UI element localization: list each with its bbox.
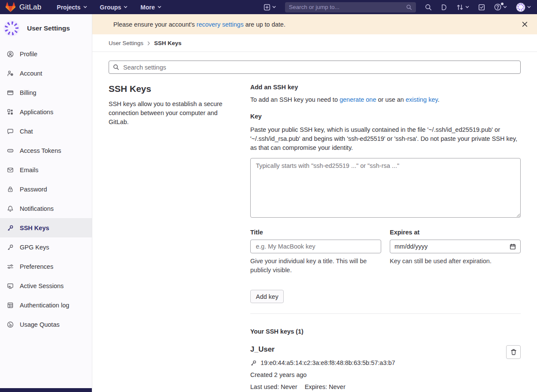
log-icon [7,302,14,309]
sidebar-item-notifications[interactable]: Notifications [0,199,92,218]
billing-icon [7,89,14,96]
expires-field-group: Expires at mm/dd/yyyy Key can still be u… [390,229,521,275]
add-key-button[interactable]: Add key [250,290,284,303]
key-icon [7,225,14,231]
alert-text: Please ensure your account's recovery se… [113,21,285,28]
delete-key-button[interactable] [506,345,521,359]
sidebar-item-applications[interactable]: Applications [0,102,92,122]
todos-button[interactable] [478,4,485,11]
monitor-icon [7,283,14,289]
ssh-key-created: Created 2 years ago [250,371,506,378]
sidebar-item-emails[interactable]: Emails [0,160,92,179]
merge-request-icon [456,4,464,11]
sidebar-title: User Settings [27,24,70,32]
quota-icon [7,321,14,328]
gitlab-logo[interactable]: GitLab [5,2,41,12]
alert-close-button[interactable] [519,19,530,30]
sidebar-item-ssh-keys[interactable]: SSH Keys [0,218,92,237]
user-menu-button[interactable] [516,3,531,12]
token-icon [7,147,14,154]
email-icon [7,167,14,173]
global-search[interactable] [285,2,416,12]
sliders-icon [7,263,14,270]
calendar-icon[interactable] [510,243,516,250]
user-avatar [3,20,20,36]
title-field-label: Title [250,229,381,236]
sidebar-item-usage-quotas[interactable]: Usage Quotas [0,315,92,334]
help-button[interactable] [494,3,507,11]
sidebar-item-billing[interactable]: Billing [0,83,92,102]
key-icon [7,244,14,251]
date-value: mm/dd/yyyy [394,243,510,250]
sidebar-footer-bar [0,388,92,392]
sidebar-item-chat[interactable]: Chat [0,122,92,141]
close-icon [522,21,528,27]
chevron-down-icon [465,6,469,9]
section-divider [250,313,521,314]
your-ssh-keys-heading: Your SSH keys (1) [250,328,521,335]
chat-icon [7,128,14,135]
sidebar-item-password[interactable]: Password [0,179,92,199]
breadcrumb-current: SSH Keys [154,40,182,46]
profile-icon [7,51,14,58]
chevron-down-icon [527,6,531,9]
add-key-intro: To add an SSH key you need to generate o… [250,96,521,103]
existing-key-link[interactable]: existing key [406,96,438,103]
menu-groups[interactable]: Groups [96,2,132,12]
chevron-down-icon [272,6,276,9]
menu-more[interactable]: More [136,2,165,12]
chevron-down-icon [158,6,161,9]
expires-field-help: Key can still be used after expiration. [390,257,521,266]
logo-wordmark: GitLab [19,3,41,12]
title-input[interactable] [250,240,381,253]
expires-date-input[interactable]: mm/dd/yyyy [390,240,521,253]
main-content: Please ensure your account's recovery se… [92,14,537,392]
main-menu: Projects Groups More [52,2,165,12]
sidebar-item-account[interactable]: Account [0,64,92,83]
search-icon [113,64,119,70]
top-navbar: GitLab Projects Groups More [0,0,537,14]
todo-check-icon [478,4,485,11]
ssh-key-list-item: J_User 19:e0:44:a5:14:c2:3a:e8:f8:48:8b:… [250,345,521,390]
key-field-help: Paste your public SSH key, which is usua… [250,125,521,152]
expires-field-label: Expires at [390,229,521,236]
sidebar-item-profile[interactable]: Profile [0,44,92,64]
chevron-down-icon [503,6,507,9]
ssh-key-textarea[interactable] [250,158,521,218]
sidebar-item-access-tokens[interactable]: Access Tokens [0,141,92,160]
account-icon [7,70,14,77]
chevron-right-icon [147,41,150,46]
search-settings-input[interactable] [109,61,521,74]
chevron-down-icon [83,6,87,9]
bell-icon [7,205,14,212]
issues-button[interactable] [441,4,447,11]
global-search-input[interactable] [289,4,403,10]
merge-requests-button[interactable] [456,4,469,11]
applications-icon [7,109,14,115]
tanuki-icon [5,2,16,12]
notification-dot [501,3,504,5]
sidebar-item-active-sessions[interactable]: Active Sessions [0,276,92,295]
sidebar-item-preferences[interactable]: Preferences [0,257,92,276]
section-intro: SSH Keys SSH keys allow you to establish… [109,84,237,127]
ssh-key-details: J_User 19:e0:44:a5:14:c2:3a:e8:f8:48:8b:… [250,345,506,390]
generate-one-link[interactable]: generate one [340,96,376,103]
ssh-key-name[interactable]: J_User [250,345,506,354]
page-description: SSH keys allow you to establish a secure… [109,100,237,127]
key-field-label: Key [250,113,521,120]
help-question-icon [494,3,501,11]
search-button[interactable] [425,4,432,11]
sidebar-item-gpg-keys[interactable]: GPG Keys [0,237,92,257]
title-field-help: Give your individual key a title. This w… [250,257,381,275]
breadcrumb-parent[interactable]: User Settings [109,40,143,46]
ssh-key-form-column: Add an SSH key To add an SSH key you nee… [250,84,521,390]
sidebar-item-authentication-log[interactable]: Authentication log [0,295,92,315]
lock-icon [7,186,14,193]
new-menu-button[interactable] [264,4,276,11]
recovery-settings-alert: Please ensure your account's recovery se… [92,14,537,34]
menu-projects[interactable]: Projects [52,2,91,12]
recovery-settings-link[interactable]: recovery settings [197,21,244,28]
ssh-key-expires: Expires: Never [305,383,346,390]
ssh-key-last-used: Last used: Never [250,383,297,390]
breadcrumb: User Settings SSH Keys [92,34,537,52]
